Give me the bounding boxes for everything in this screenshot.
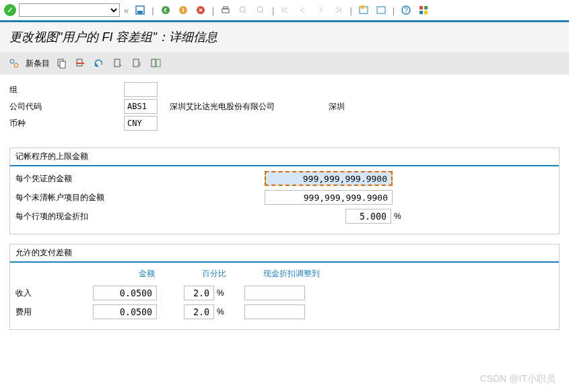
- next-page-icon[interactable]: [313, 3, 328, 18]
- svg-text:?: ?: [404, 7, 408, 14]
- new-entry-text[interactable]: 新条目: [26, 58, 50, 69]
- svg-line-10: [262, 11, 264, 13]
- prev-page-icon[interactable]: [296, 3, 310, 18]
- expense-amount-input[interactable]: [93, 304, 157, 319]
- svg-rect-5: [222, 9, 229, 13]
- svg-point-7: [240, 7, 245, 12]
- system-toolbar: ✓ « | | | | | ?: [0, 0, 569, 22]
- svg-rect-23: [60, 61, 65, 68]
- print-icon[interactable]: [218, 3, 233, 18]
- open-item-label: 每个未清帐户项目的金额: [15, 192, 265, 203]
- save-icon[interactable]: [133, 3, 147, 18]
- find-next-icon[interactable]: [253, 3, 268, 18]
- svg-rect-18: [420, 11, 423, 14]
- income-label: 收入: [15, 288, 93, 299]
- new-session-icon[interactable]: [356, 3, 371, 18]
- group-input[interactable]: [124, 82, 158, 97]
- status-ok-icon: ✓: [4, 4, 16, 16]
- transport-icon[interactable]: [129, 56, 144, 71]
- cash-discount-input[interactable]: [345, 209, 391, 224]
- svg-point-20: [10, 59, 14, 63]
- undo-icon[interactable]: [92, 56, 106, 71]
- svg-rect-19: [424, 11, 428, 14]
- svg-rect-26: [114, 59, 120, 67]
- limits-title: 记帐程序的上限金额: [10, 148, 559, 166]
- svg-rect-12: [361, 5, 364, 9]
- company-code-label: 公司代码: [9, 101, 124, 112]
- svg-point-9: [257, 7, 263, 12]
- currency-input[interactable]: CNY: [124, 116, 158, 131]
- page-title: 更改视图"用户的 FI 容差组"：详细信息: [0, 22, 569, 52]
- cancel-icon[interactable]: [193, 3, 208, 18]
- chevron-left-icon[interactable]: «: [123, 5, 130, 15]
- layout-icon[interactable]: [416, 3, 431, 18]
- app-toolbar: 新条目: [0, 52, 569, 75]
- currency-label: 币种: [9, 118, 124, 129]
- find-icon[interactable]: [236, 3, 250, 18]
- doc-amount-input[interactable]: [265, 171, 393, 186]
- select-icon[interactable]: [110, 56, 125, 71]
- col-amount: 金额: [110, 268, 184, 280]
- payment-section: 允许的支付差额 金额 百分比 现金折扣调整到 收入 % 费用 %: [9, 244, 560, 330]
- exit-icon[interactable]: [176, 3, 191, 18]
- svg-rect-13: [377, 7, 385, 13]
- svg-rect-16: [420, 6, 423, 9]
- first-page-icon[interactable]: [278, 3, 293, 18]
- svg-rect-29: [156, 59, 160, 67]
- payment-title: 允许的支付差额: [10, 244, 559, 263]
- group-label: 组: [9, 84, 124, 96]
- svg-rect-17: [424, 6, 428, 9]
- expense-adj-input[interactable]: [244, 304, 305, 319]
- company-name: 深圳艾比达光电股份有限公司: [170, 101, 275, 112]
- col-adjust: 现金折扣调整到: [244, 268, 339, 280]
- income-adj-input[interactable]: [244, 286, 305, 300]
- delete-icon[interactable]: [73, 56, 88, 71]
- open-item-input[interactable]: [265, 190, 393, 205]
- limits-section: 记帐程序的上限金额 每个凭证的金额 每个未清帐户项目的金额 每个行项的现金折扣 …: [9, 148, 560, 234]
- toggle-icon[interactable]: [7, 56, 22, 71]
- svg-rect-1: [137, 11, 143, 13]
- doc-amount-label: 每个凭证的金额: [15, 173, 265, 185]
- col-percent: 百分比: [184, 268, 244, 280]
- percent-unit: %: [394, 211, 401, 221]
- income-amount-input[interactable]: [93, 286, 157, 300]
- command-field[interactable]: [19, 3, 120, 17]
- svg-rect-28: [152, 59, 156, 67]
- company-code-input[interactable]: ABS1: [124, 99, 158, 114]
- company-city: 深圳: [329, 101, 345, 112]
- svg-line-8: [244, 11, 246, 13]
- income-pct-input[interactable]: [184, 286, 214, 300]
- last-page-icon[interactable]: [331, 3, 345, 18]
- back-icon[interactable]: [158, 3, 173, 18]
- header-form: 组 公司代码 ABS1 深圳艾比达光电股份有限公司 深圳 币种 CNY: [0, 75, 569, 138]
- svg-rect-27: [133, 59, 139, 67]
- shortcut-icon[interactable]: [374, 3, 389, 18]
- expense-pct-input[interactable]: [184, 304, 214, 319]
- svg-point-2: [162, 6, 170, 14]
- cash-discount-label: 每个行项的现金折扣: [15, 211, 265, 222]
- copy-icon[interactable]: [54, 56, 69, 71]
- svg-rect-6: [224, 7, 228, 9]
- svg-point-21: [14, 63, 18, 67]
- transport-all-icon[interactable]: [148, 56, 163, 71]
- expense-label: 费用: [15, 306, 93, 318]
- help-icon[interactable]: ?: [399, 3, 413, 18]
